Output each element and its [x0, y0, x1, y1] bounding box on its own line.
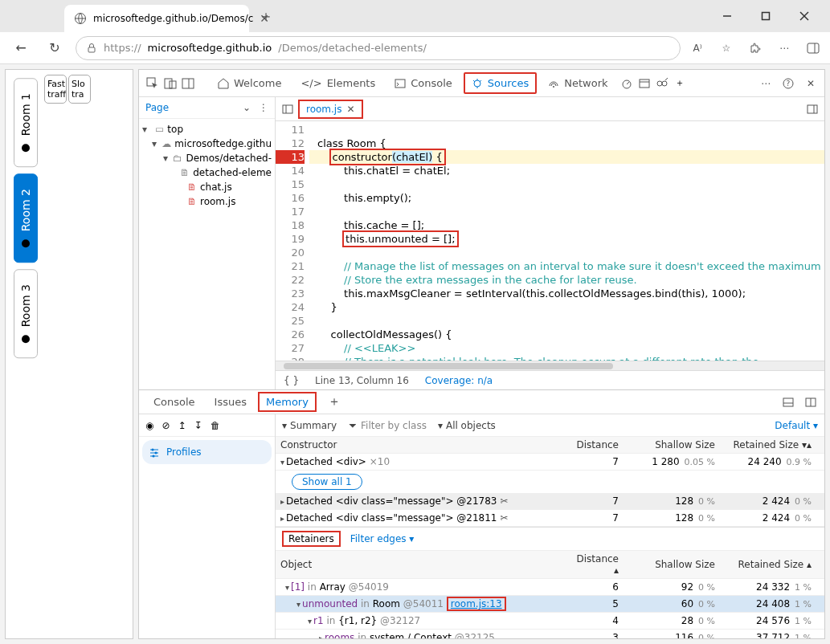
window-maximize-button[interactable]	[754, 5, 777, 27]
profiles-item[interactable]: Profiles	[142, 440, 272, 464]
toggle-debug-icon[interactable]	[805, 102, 820, 116]
svg-line-17	[473, 80, 475, 82]
all-objects-dropdown[interactable]: ▾All objects	[438, 420, 496, 431]
fast-traffic-button[interactable]: Fast traffic	[44, 75, 67, 104]
tree-origin[interactable]: microsoftedge.githu	[174, 138, 272, 149]
tab-label: Console	[411, 77, 452, 89]
show-all-button[interactable]: Show all 1	[292, 474, 362, 490]
window-titlebar: microsoftedge.github.io/Demos/c ✕ ＋	[0, 0, 830, 32]
refresh-button[interactable]: ↻	[42, 35, 67, 61]
editor-tab-roomjs[interactable]: room.js ✕	[298, 100, 363, 119]
detached-icon[interactable]	[655, 76, 669, 91]
room-tab-3[interactable]: Room 3	[14, 269, 38, 358]
devtools-drawer: Console Issues Memory ＋ ◉ ⊘ ↥ ↧ 🗑	[139, 389, 824, 638]
inspect-icon[interactable]	[145, 76, 160, 91]
drawer-add-tab[interactable]: ＋	[320, 389, 349, 414]
drawer-expand-icon[interactable]	[803, 395, 818, 410]
default-dropdown[interactable]: Default ▾	[775, 420, 818, 431]
device-icon[interactable]	[163, 76, 178, 91]
room-tab-2[interactable]: Room 2	[14, 173, 38, 263]
tab-network[interactable]: Network	[540, 72, 615, 94]
tab-welcome[interactable]: Welcome	[210, 72, 289, 94]
add-tab-icon[interactable]: ＋	[673, 76, 687, 91]
drawer-tab-memory[interactable]: Memory	[258, 392, 317, 412]
constructor-row[interactable]: Detached <div> ×1071 2800.05 %24 2400.9 …	[276, 454, 824, 471]
braces-icon[interactable]: { }	[284, 375, 299, 386]
filter-input[interactable]: ⏷Filter by class	[348, 420, 427, 431]
chevron-down-icon[interactable]: ⌄	[243, 102, 251, 113]
summary-dropdown[interactable]: ▾Summary	[282, 420, 337, 431]
close-devtools-icon[interactable]: ✕	[803, 76, 818, 91]
drawer-tab-console[interactable]: Console	[145, 392, 203, 412]
navigator-page-tab[interactable]: Page	[145, 102, 169, 113]
tree-file[interactable]: detached-eleme	[193, 167, 272, 178]
constructor-row[interactable]: Detached <div class="message"> @21783✂71…	[276, 493, 824, 510]
retainers-label: Retainers	[282, 531, 341, 547]
url-field[interactable]: https://microsoftedge.github.io/Demos/de…	[76, 36, 681, 60]
file-tree[interactable]: ▾▭top ▾☁microsoftedge.githu ▾🗀Demos/deta…	[139, 119, 275, 389]
svg-line-18	[480, 80, 481, 82]
retainer-row[interactable]: unmounted in Room @54011 room.js:135600 …	[276, 596, 824, 613]
menu-icon[interactable]: ⋯	[775, 39, 793, 57]
tab-label: Elements	[327, 77, 376, 89]
svg-point-14	[474, 80, 480, 87]
folder-icon: 🗀	[173, 153, 182, 164]
file-icon: 🗎	[187, 196, 197, 207]
window-close-button[interactable]	[793, 5, 816, 27]
toggle-nav-icon[interactable]	[280, 102, 295, 116]
svg-text:?: ?	[787, 79, 791, 88]
filter-edges-dropdown[interactable]: Filter edges ▾	[350, 533, 415, 544]
status-dot-icon	[22, 239, 30, 247]
browser-tab[interactable]: microsoftedge.github.io/Demos/c ✕	[64, 5, 249, 32]
performance-icon[interactable]	[619, 76, 634, 91]
retainer-row[interactable]: r1 in {r1, r2} @321274280 %24 5761 %	[276, 613, 824, 630]
new-tab-button[interactable]: ＋	[249, 0, 283, 32]
dock-icon[interactable]	[181, 76, 195, 91]
application-icon[interactable]	[637, 76, 652, 91]
read-aloud-icon[interactable]: A⁾	[689, 39, 706, 57]
drawer-tab-issues[interactable]: Issues	[206, 392, 255, 412]
clear-icon[interactable]: ⊘	[162, 420, 170, 431]
more-icon[interactable]: ⋮	[259, 102, 268, 113]
record-icon[interactable]: ◉	[145, 420, 153, 431]
slow-traffic-button[interactable]: Slo tra	[68, 75, 91, 104]
object-header[interactable]: Object Distance ▴ Shallow Size Retained …	[276, 551, 824, 579]
constructor-header[interactable]: Constructor Distance Shallow Size Retain…	[276, 437, 824, 454]
tree-folder[interactable]: Demos/detached-	[186, 153, 272, 164]
tab-label: Welcome	[234, 77, 281, 89]
tree-file[interactable]: chat.js	[200, 181, 232, 193]
source-link[interactable]: room.js:13	[447, 597, 506, 611]
svg-point-25	[662, 81, 667, 86]
tree-file[interactable]: room.js	[200, 196, 235, 207]
more-tools-icon[interactable]: ⋯	[758, 76, 773, 91]
extensions-icon[interactable]	[746, 39, 764, 57]
retainer-row[interactable]: [1] in Array @540196920 %24 3321 %	[276, 579, 824, 596]
import-icon[interactable]: ↧	[194, 420, 202, 431]
editor-scrollbar[interactable]	[276, 361, 824, 370]
svg-point-40	[152, 449, 154, 451]
constructor-row[interactable]: Detached <div class="message"> @21811✂71…	[276, 510, 824, 527]
window-minimize-button[interactable]	[716, 5, 738, 27]
room-tab-1[interactable]: Room 1	[14, 78, 38, 167]
export-icon[interactable]: ↥	[178, 420, 186, 431]
back-button[interactable]: ←	[8, 35, 34, 61]
close-tab-icon[interactable]: ✕	[346, 104, 354, 115]
help-icon[interactable]: ?	[781, 76, 795, 91]
cloud-icon: ☁	[162, 138, 171, 149]
code-editor[interactable]: 111213141516171819202122232425262728 cla…	[276, 121, 824, 361]
sidebar-icon[interactable]	[804, 39, 822, 57]
tree-top[interactable]: top	[167, 124, 183, 135]
filter-icon: ⏷	[348, 420, 358, 431]
tab-elements[interactable]: </>Elements	[292, 72, 383, 94]
drawer-dock-icon[interactable]	[781, 395, 795, 410]
coverage-status[interactable]: Coverage: n/a	[425, 375, 493, 386]
tab-sources[interactable]: Sources	[464, 72, 537, 94]
svg-rect-11	[182, 79, 194, 88]
favorite-icon[interactable]: ☆	[718, 39, 735, 57]
svg-rect-6	[808, 43, 819, 53]
gc-icon[interactable]: 🗑	[211, 420, 220, 431]
profiles-label: Profiles	[166, 446, 202, 458]
retainer-row[interactable]: rooms in system / Context @3212531160 %3…	[276, 630, 824, 638]
tab-console[interactable]: Console	[386, 72, 460, 94]
url-path: /Demos/detached-elements/	[278, 42, 427, 54]
